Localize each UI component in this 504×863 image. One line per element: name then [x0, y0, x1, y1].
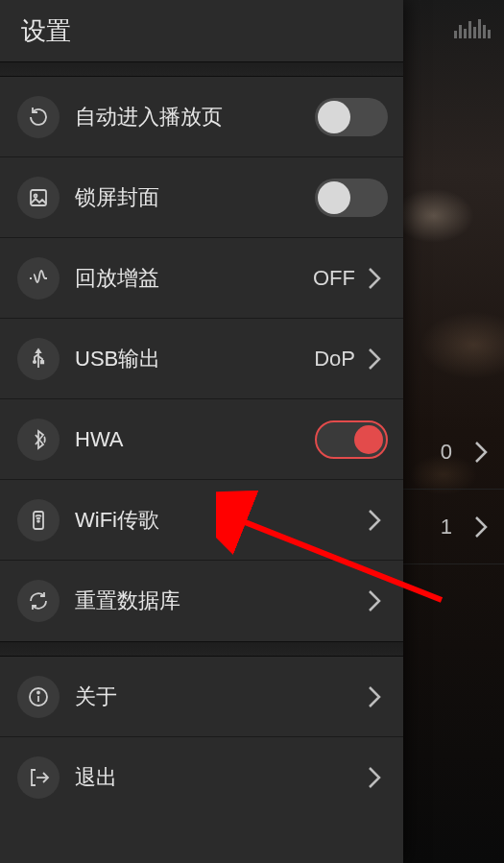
section-divider: [0, 61, 403, 77]
drawer-header: 设置: [0, 0, 403, 61]
usb-icon: [17, 338, 60, 380]
row-label: USB输出: [75, 345, 314, 373]
row-label: 退出: [75, 763, 361, 792]
chevron-right-icon: [468, 439, 494, 466]
sync-icon: [17, 580, 60, 622]
page-title: 设置: [21, 14, 71, 48]
row-label: 锁屏封面: [75, 183, 315, 212]
row-value: DoP: [314, 347, 355, 372]
svg-point-6: [37, 520, 39, 522]
settings-list-2: 关于 退出: [0, 657, 403, 818]
row-rescan-database[interactable]: 重置数据库: [0, 561, 403, 641]
chevron-right-icon: [361, 764, 388, 791]
row-label: HWA: [75, 427, 315, 452]
exit-icon: [17, 756, 60, 799]
chevron-right-icon: [361, 346, 388, 372]
toggle-lockscreen-cover[interactable]: [315, 179, 388, 217]
bluetooth-audio-icon: [17, 419, 60, 461]
chevron-right-icon: [361, 683, 388, 710]
row-label: 回放增益: [75, 264, 313, 293]
row-label: WiFi传歌: [75, 506, 361, 535]
toggle-hwa[interactable]: [315, 420, 388, 459]
refresh-icon: [17, 96, 60, 138]
svg-point-2: [34, 360, 36, 362]
background-count: 1: [441, 515, 452, 539]
row-exit[interactable]: 退出: [0, 737, 403, 818]
chevron-right-icon: [361, 265, 388, 292]
row-hwa[interactable]: HWA: [0, 399, 403, 480]
sound-wave-icon: [17, 257, 60, 300]
row-lockscreen-cover[interactable]: 锁屏封面: [0, 157, 403, 238]
svg-point-9: [37, 691, 39, 693]
row-value: OFF: [313, 266, 355, 291]
section-divider: [0, 641, 403, 657]
row-usb-output[interactable]: USB输出 DoP: [0, 319, 403, 399]
background-list-item: 1: [403, 490, 504, 564]
svg-marker-4: [36, 349, 40, 352]
row-wifi-transfer[interactable]: WiFi传歌: [0, 480, 403, 561]
row-label: 重置数据库: [75, 587, 361, 615]
phone-wifi-icon: [17, 499, 60, 541]
settings-list-1: 自动进入播放页 锁屏封面 回放增益 OFF USB输出 DoP: [0, 77, 403, 641]
row-label: 关于: [75, 683, 361, 711]
svg-point-1: [35, 194, 37, 197]
settings-drawer: 设置 自动进入播放页 锁屏封面 回放增益 OFF: [0, 0, 403, 863]
row-about[interactable]: 关于: [0, 657, 403, 737]
background-list-item: 0: [403, 415, 504, 490]
chevron-right-icon: [361, 587, 388, 614]
chevron-right-icon: [361, 507, 388, 534]
chevron-right-icon: [468, 514, 494, 540]
row-label: 自动进入播放页: [75, 103, 315, 132]
background-count: 0: [441, 440, 452, 465]
info-icon: [17, 676, 60, 718]
svg-rect-3: [41, 361, 43, 363]
toggle-auto-enter-play[interactable]: [315, 98, 388, 136]
row-auto-enter-play[interactable]: 自动进入播放页: [0, 77, 403, 157]
svg-rect-0: [31, 190, 46, 205]
image-icon: [17, 177, 60, 219]
equalizer-icon: [454, 17, 491, 38]
background-panel: 0 1: [403, 0, 504, 863]
row-replay-gain[interactable]: 回放增益 OFF: [0, 238, 403, 319]
